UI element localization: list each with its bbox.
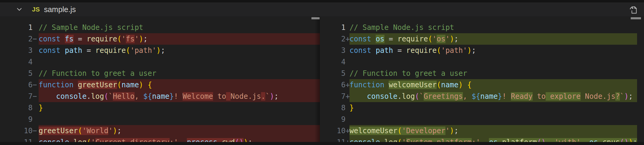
line-marker [33, 114, 39, 125]
code-line[interactable]: 11−console.log('Current directory:', pro… [0, 137, 320, 142]
line-number: 9 [0, 114, 33, 125]
line-number: 5 [0, 68, 33, 79]
js-file-icon: JS [32, 6, 40, 13]
code-line[interactable]: 11+console.log('System platform:', os.pl… [320, 137, 644, 142]
diff-header: JS sample.js [0, 2, 644, 16]
line-number: 8 [320, 102, 346, 114]
line-marker [346, 114, 349, 125]
code-text: const path = require('path'); [349, 45, 644, 56]
line-marker [33, 102, 39, 114]
code-line[interactable]: 6−function greetUser(name) { [0, 79, 320, 91]
code-line[interactable]: 7+ console.log(`Greetings, ${name}! Read… [320, 91, 644, 102]
file-name-label: sample.js [44, 5, 76, 14]
line-marker [33, 22, 39, 33]
bottom-strip [0, 142, 644, 145]
code-line[interactable]: 9 [320, 114, 644, 125]
go-to-file-icon[interactable] [626, 3, 640, 15]
line-number: 10 [0, 125, 33, 137]
code-text: welcomeUser('Developer'); [349, 125, 644, 137]
code-line[interactable]: 2+const os = require('os'); [320, 33, 644, 45]
chevron-down-icon[interactable] [14, 4, 25, 15]
line-number: 8 [0, 102, 33, 114]
removed-line-marker: − [33, 79, 39, 91]
removed-line-marker: − [33, 125, 39, 137]
code-line[interactable]: 3const path = require('path'); [320, 45, 644, 56]
code-line[interactable]: 5// Function to greet a user [320, 68, 644, 79]
line-number: 11 [320, 137, 346, 142]
line-number: 1 [0, 22, 33, 33]
line-marker [346, 68, 349, 79]
code-text [349, 114, 644, 125]
code-line[interactable]: 7− console.log(`Hello, ${name}! Welcome … [0, 91, 320, 102]
code-line[interactable]: 6+function welcomeUser(name) { [320, 79, 644, 91]
modified-code-rows: 1// Sample Node.js script2+const os = re… [320, 16, 644, 142]
line-number: 7 [320, 91, 346, 102]
code-text: console.log('Current directory:', proces… [39, 137, 320, 142]
line-marker [346, 102, 349, 114]
code-text: // Function to greet a user [39, 68, 320, 79]
code-line[interactable]: 9 [0, 114, 320, 125]
line-number: 5 [320, 68, 346, 79]
added-line-marker: + [346, 91, 349, 102]
code-line[interactable]: 8} [320, 102, 644, 114]
code-text: console.log('System platform:', os.platf… [349, 137, 644, 142]
line-number: 3 [0, 45, 33, 56]
code-line[interactable]: 4 [320, 56, 644, 68]
removed-line-marker: − [33, 137, 39, 142]
modified-pane[interactable]: 1// Sample Node.js script2+const os = re… [320, 16, 644, 142]
added-line-marker: + [346, 137, 349, 142]
code-text: } [39, 102, 320, 114]
added-line-marker: + [346, 125, 349, 137]
diff-editor-window: JS sample.js 1// Sample Node.js script2−… [0, 0, 644, 145]
code-line[interactable]: 1// Sample Node.js script [0, 22, 320, 33]
code-line[interactable]: 5// Function to greet a user [0, 68, 320, 79]
line-number: 11 [0, 137, 33, 142]
code-text: console.log(`Hello, ${name}! Welcome to … [39, 91, 320, 102]
code-text: } [349, 102, 644, 114]
code-line[interactable]: 2−const fs = require('fs'); [0, 33, 320, 45]
overview-ruler [637, 16, 644, 142]
code-line[interactable]: 4 [0, 56, 320, 68]
code-text: function greetUser(name) { [39, 79, 320, 91]
code-text: // Sample Node.js script [39, 22, 320, 33]
added-line-marker: + [346, 79, 349, 91]
left-horizontal-scrollbar[interactable] [311, 17, 320, 19]
line-number: 10 [320, 125, 346, 137]
code-line[interactable]: 3const path = require('path'); [0, 45, 320, 56]
original-code-rows: 1// Sample Node.js script2−const fs = re… [0, 16, 320, 142]
line-number: 2 [320, 33, 346, 45]
line-marker [33, 68, 39, 79]
code-text: function welcomeUser(name) { [349, 79, 644, 91]
line-number: 1 [320, 22, 346, 33]
code-text: // Function to greet a user [349, 68, 644, 79]
line-marker [33, 45, 39, 56]
code-line[interactable]: 10+welcomeUser('Developer'); [320, 125, 644, 137]
removed-line-marker: − [33, 33, 39, 45]
added-line-marker: + [346, 33, 349, 45]
line-number: 3 [320, 45, 346, 56]
code-text: console.log(`Greetings, ${name}! Ready t… [349, 91, 644, 102]
right-horizontal-scrollbar[interactable] [631, 17, 641, 19]
diff-editor-body: 1// Sample Node.js script2−const fs = re… [0, 16, 644, 142]
code-text: greetUser('World'); [39, 125, 320, 137]
line-number: 7 [0, 91, 33, 102]
top-strip [0, 0, 644, 2]
line-number: 9 [320, 114, 346, 125]
code-line[interactable]: 1// Sample Node.js script [320, 22, 644, 33]
line-marker [346, 45, 349, 56]
line-number: 6 [0, 79, 33, 91]
code-text: // Sample Node.js script [349, 22, 644, 33]
code-text: const os = require('os'); [349, 33, 644, 45]
line-marker [33, 56, 39, 68]
line-number: 2 [0, 33, 33, 45]
code-text [39, 114, 320, 125]
code-line[interactable]: 10−greetUser('World'); [0, 125, 320, 137]
code-line[interactable]: 8} [0, 102, 320, 114]
code-text: const fs = require('fs'); [39, 33, 320, 45]
line-number: 6 [320, 79, 346, 91]
line-number: 4 [0, 56, 33, 68]
code-text: const path = require('path'); [39, 45, 320, 56]
line-marker [346, 56, 349, 68]
line-number: 4 [320, 56, 346, 68]
original-pane[interactable]: 1// Sample Node.js script2−const fs = re… [0, 16, 320, 142]
